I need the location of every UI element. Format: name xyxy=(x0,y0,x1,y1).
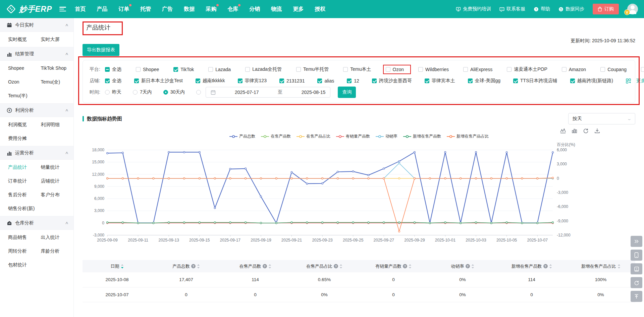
nav-support-item[interactable]: 联系客服 xyxy=(499,6,525,12)
checkbox-icon[interactable] xyxy=(372,78,377,83)
sidebar-item-实时概览[interactable]: 实时概览 xyxy=(8,33,41,46)
checkbox-icon[interactable] xyxy=(317,78,322,83)
checkbox-icon[interactable] xyxy=(245,67,250,72)
nav-item-6[interactable]: 数据 xyxy=(184,6,195,13)
sidebar-item-客户分布[interactable]: 客户分布 xyxy=(41,188,74,202)
checkbox-icon[interactable] xyxy=(513,78,518,83)
sort-icon[interactable] xyxy=(549,264,552,269)
checkbox-icon[interactable] xyxy=(134,78,139,83)
sidebar-item-店铺统计[interactable]: 店铺统计 xyxy=(41,174,74,188)
sort-icon[interactable] xyxy=(339,264,342,269)
time-radio-30天内[interactable]: 30天内 xyxy=(163,89,185,95)
checkbox-icon[interactable] xyxy=(468,78,473,83)
checkbox-icon[interactable] xyxy=(238,78,243,83)
date-start[interactable]: 2025-07-17 xyxy=(235,90,259,95)
shop-checkbox-全球-美国gg[interactable]: 全球-美国gg xyxy=(468,78,500,84)
sidebar-item-订单统计[interactable]: 订单统计 xyxy=(8,174,41,188)
menu-toggle-icon[interactable] xyxy=(59,7,66,11)
help-manual-button[interactable]: ? xyxy=(631,263,642,274)
nav-item-11[interactable]: 更多 xyxy=(293,6,304,13)
info-icon[interactable] xyxy=(466,264,470,268)
legend-新增在售产品占比[interactable]: 新增在售产品占比 xyxy=(446,134,489,139)
col-header-动销率[interactable]: 动销率 xyxy=(428,260,497,272)
col-header-新增在售产品数[interactable]: 新增在售产品数 xyxy=(497,260,566,272)
platform-checkbox-Lazada全托管[interactable]: Lazada全托管 xyxy=(245,66,282,72)
shop-checkbox-全选[interactable]: 全选 xyxy=(105,78,121,84)
info-icon[interactable] xyxy=(334,264,338,268)
sidebar-item-费用分摊[interactable]: 费用分摊 xyxy=(8,131,41,145)
shop-checkbox-菲律宾123[interactable]: 菲律宾123 xyxy=(238,78,267,84)
sidebar-item-实时大屏[interactable]: 实时大屏 xyxy=(41,33,74,46)
sidebar-item-销售分析(新)[interactable]: 销售分析(新) xyxy=(8,202,41,215)
sidebar-item-销量统计[interactable]: 销量统计 xyxy=(41,160,74,174)
sort-icon[interactable] xyxy=(121,264,124,269)
collapse-panel-button[interactable] xyxy=(631,236,642,247)
sidebar-item-利润明细[interactable]: 利润明细 xyxy=(41,118,74,131)
refresh-icon[interactable] xyxy=(583,128,589,134)
platform-checkbox-Wildberries[interactable]: Wildberries xyxy=(418,67,449,72)
more-link[interactable]: 更多 xyxy=(636,78,644,84)
sidebar-item-售后分析[interactable]: 售后分析 xyxy=(8,188,41,202)
info-icon[interactable] xyxy=(543,264,548,268)
platform-checkbox-TikTok[interactable]: TikTok xyxy=(173,67,194,72)
nav-item-7[interactable]: 采购 xyxy=(206,6,216,13)
sidebar-group-利润分析[interactable]: ¥利润分析∧ xyxy=(0,103,73,117)
platform-checkbox-速卖通本土POP[interactable]: 速卖通本土POP xyxy=(507,66,547,72)
legend-动销率[interactable]: 动销率 xyxy=(375,134,397,139)
shop-checkbox-菲律宾本土[interactable]: 菲律宾本土 xyxy=(425,78,455,84)
checkbox-icon[interactable] xyxy=(279,78,284,83)
checkbox-icon[interactable] xyxy=(296,67,301,72)
sort-icon[interactable] xyxy=(268,264,271,269)
checkbox-icon[interactable] xyxy=(196,78,200,83)
sidebar-group-运营分析[interactable]: 运营分析∧ xyxy=(0,146,73,160)
shop-checkbox-越南跨境(新链路)[interactable]: 越南跨境(新链路) xyxy=(570,78,613,84)
back-to-top-button[interactable] xyxy=(631,291,642,302)
shop-checkbox-跨境沙盒墨西哥[interactable]: 跨境沙盒墨西哥 xyxy=(372,78,412,84)
col-header-产品总数[interactable]: 产品总数 xyxy=(152,260,221,272)
info-icon[interactable] xyxy=(403,264,407,268)
checkbox-icon[interactable] xyxy=(105,67,110,72)
shop-checkbox-新日本本土沙盒Test[interactable]: 新日本本土沙盒Test xyxy=(134,78,183,84)
platform-checkbox-全选[interactable]: 全选 xyxy=(105,66,121,72)
platform-checkbox-Alibaba[interactable]: Alibaba xyxy=(641,67,644,72)
refresh-page-button[interactable] xyxy=(631,277,642,288)
nav-item-10[interactable]: 物流 xyxy=(271,6,282,13)
sidebar-item-TikTok Shop[interactable]: TikTok Shop xyxy=(41,61,74,75)
checkbox-icon[interactable] xyxy=(600,67,605,72)
date-end[interactable]: 2025-08-15 xyxy=(302,90,326,95)
platform-checkbox-Shopee[interactable]: Shopee xyxy=(136,67,159,72)
info-icon[interactable] xyxy=(263,264,267,268)
platform-checkbox-Temu半托管[interactable]: Temu半托管 xyxy=(296,66,329,72)
sidebar-group-结算管理[interactable]: 结算管理∧ xyxy=(0,47,73,61)
legend-产品总数[interactable]: 产品总数 xyxy=(229,134,255,139)
time-radio-昨天[interactable]: 昨天 xyxy=(105,89,121,95)
sort-icon[interactable] xyxy=(618,264,621,269)
shop-checkbox-2131231[interactable]: 2131231 xyxy=(279,78,305,84)
sidebar-item-产品统计[interactable]: 产品统计 xyxy=(8,160,41,174)
subscribe-button[interactable]: 订购 xyxy=(593,4,619,14)
sidebar-group-仓库分析[interactable]: 仓库分析∧ xyxy=(0,216,73,230)
checkbox-icon[interactable] xyxy=(208,67,213,72)
nav-item-8[interactable]: 仓库 xyxy=(227,6,238,13)
checkbox-icon[interactable] xyxy=(386,67,390,72)
avatar[interactable]: V xyxy=(627,4,638,14)
sort-icon[interactable] xyxy=(409,264,412,269)
radio-icon[interactable] xyxy=(133,90,138,95)
checkbox-icon[interactable] xyxy=(136,67,141,72)
query-button[interactable]: 查询 xyxy=(338,87,356,98)
sidebar-group-今日实时[interactable]: 今日实时∧ xyxy=(0,18,73,32)
line-chart-icon[interactable] xyxy=(560,128,566,134)
bar-chart-icon[interactable] xyxy=(572,128,577,134)
legend-在售产品数[interactable]: 在售产品数 xyxy=(261,134,291,139)
platform-checkbox-Lazada[interactable]: Lazada xyxy=(208,67,231,72)
sidebar-item-包材统计[interactable]: 包材统计 xyxy=(8,258,41,272)
checkbox-icon[interactable] xyxy=(105,78,110,83)
custom-range-radio[interactable] xyxy=(196,90,201,95)
date-range-picker[interactable]: 2025-07-17 至 2025-08-15 xyxy=(206,87,330,98)
nav-item-12[interactable]: 授权 xyxy=(315,6,325,13)
col-header-在售产品数[interactable]: 在售产品数 xyxy=(221,260,290,272)
brand-logo[interactable]: 妙手ERP xyxy=(6,4,52,14)
sidebar-item-Temu(全)[interactable]: Temu(全) xyxy=(41,75,74,89)
sidebar-item-周转分析[interactable]: 周转分析 xyxy=(8,244,41,258)
nav-help-item[interactable]: ?帮助 xyxy=(534,6,550,12)
